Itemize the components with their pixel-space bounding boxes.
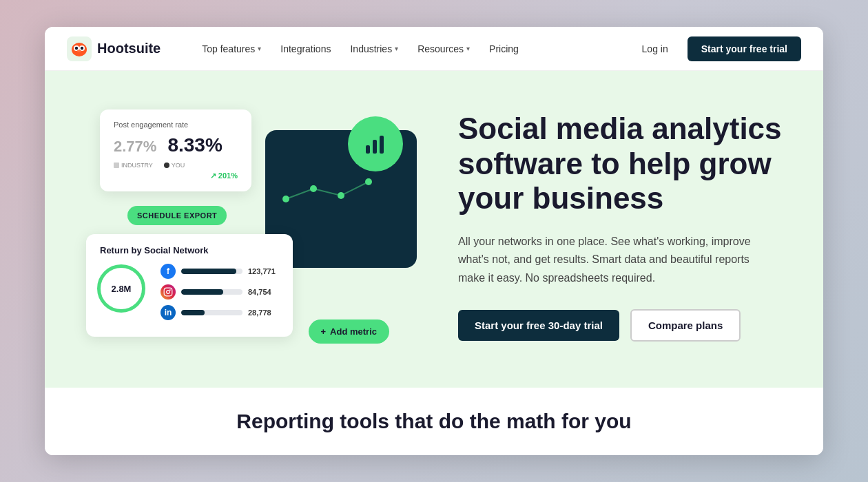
metric-value: 2.8M <box>97 264 145 313</box>
svg-rect-8 <box>373 140 377 154</box>
add-metric-label: Add metric <box>330 326 377 337</box>
hero-buttons: Start your free 30-day trial Compare pla… <box>458 309 782 342</box>
plus-icon: + <box>321 326 327 337</box>
svg-point-15 <box>167 291 170 294</box>
linkedin-value: 28,778 <box>248 308 279 317</box>
svg-point-5 <box>81 46 83 49</box>
schedule-export-button[interactable]: SCHEDULE EXPORT <box>127 206 227 225</box>
facebook-icon: f <box>161 264 176 279</box>
facebook-value: 123,771 <box>248 267 279 275</box>
engagement-card-title: Post engagement rate <box>114 120 238 129</box>
svg-rect-9 <box>380 136 384 154</box>
network-rows: f 123,771 <box>161 264 279 320</box>
hero-text: Social media analytics software to help … <box>458 112 782 342</box>
instagram-icon <box>161 284 176 300</box>
bar-chart-icon <box>363 132 388 156</box>
svg-point-1 <box>72 43 87 56</box>
bottom-section: Reporting tools that do the math for you <box>45 388 823 455</box>
svg-point-16 <box>169 289 171 291</box>
you-dot <box>164 163 169 168</box>
hero-heading: Social media analytics software to help … <box>458 112 782 216</box>
logo-text: Hootsuite <box>97 41 161 56</box>
instagram-bar-fill <box>181 289 223 295</box>
industry-label: INDUSTRY <box>114 162 153 169</box>
facebook-bar <box>181 269 242 274</box>
chevron-down-icon: ▾ <box>466 45 470 52</box>
dots-decoration <box>272 171 382 227</box>
nav-integrations[interactable]: Integrations <box>272 38 339 60</box>
facebook-bar-fill <box>181 269 236 274</box>
engagement-numbers: 2.77% 8.33% <box>114 134 238 156</box>
linkedin-bar <box>181 310 242 315</box>
hero-visual: Post engagement rate 2.77% 8.33% INDUSTR… <box>86 109 417 344</box>
analytics-circle <box>348 116 403 171</box>
engagement-card: Post engagement rate 2.77% 8.33% INDUSTR… <box>100 109 251 191</box>
hero-description: All your networks in one place. See what… <box>458 233 775 287</box>
industry-value: 2.77% <box>114 138 156 156</box>
linkedin-row: in 28,778 <box>161 305 279 320</box>
nav-resources[interactable]: Resources ▾ <box>409 38 478 60</box>
svg-point-4 <box>75 46 78 49</box>
add-metric-button[interactable]: + Add metric <box>309 319 390 344</box>
instagram-row: 84,754 <box>161 284 279 300</box>
hootsuite-logo-icon <box>67 36 92 61</box>
linkedin-bar-fill <box>181 310 205 315</box>
network-card: Return by Social Network 2.8M f 123,771 <box>86 234 293 337</box>
login-button[interactable]: Log in <box>634 38 676 60</box>
network-card-title: Return by Social Network <box>100 245 279 255</box>
growth-badge: ↗ 201% <box>114 171 238 180</box>
linkedin-icon: in <box>161 305 176 320</box>
nav-pricing[interactable]: Pricing <box>481 38 527 60</box>
svg-rect-14 <box>164 288 172 296</box>
instagram-value: 84,754 <box>248 288 279 296</box>
nav-right: Log in Start your free trial <box>634 36 801 61</box>
chevron-down-icon: ▾ <box>395 45 398 52</box>
chevron-down-icon: ▾ <box>258 45 261 52</box>
bottom-heading: Reporting tools that do the math for you <box>86 410 782 433</box>
nav-links: Top features ▾ Integrations Industries ▾… <box>194 38 611 60</box>
navbar: Hootsuite Top features ▾ Integrations In… <box>45 27 823 71</box>
compare-plans-button[interactable]: Compare plans <box>630 309 741 342</box>
start-trial-button[interactable]: Start your free trial <box>688 36 801 61</box>
instagram-bar <box>181 289 242 295</box>
logo[interactable]: Hootsuite <box>67 36 161 61</box>
browser-window: Hootsuite Top features ▾ Integrations In… <box>45 27 823 455</box>
svg-rect-7 <box>366 145 370 154</box>
facebook-row: f 123,771 <box>161 264 279 279</box>
svg-point-6 <box>77 50 81 52</box>
nav-industries[interactable]: Industries ▾ <box>342 38 406 60</box>
nav-top-features[interactable]: Top features ▾ <box>194 38 269 60</box>
you-label: YOU <box>164 162 185 169</box>
industry-dot <box>114 163 119 168</box>
hero-section: Post engagement rate 2.77% 8.33% INDUSTR… <box>45 71 823 388</box>
you-value: 8.33% <box>167 134 222 156</box>
start-trial-30day-button[interactable]: Start your free 30-day trial <box>458 310 619 341</box>
engagement-labels: INDUSTRY YOU <box>114 162 238 169</box>
